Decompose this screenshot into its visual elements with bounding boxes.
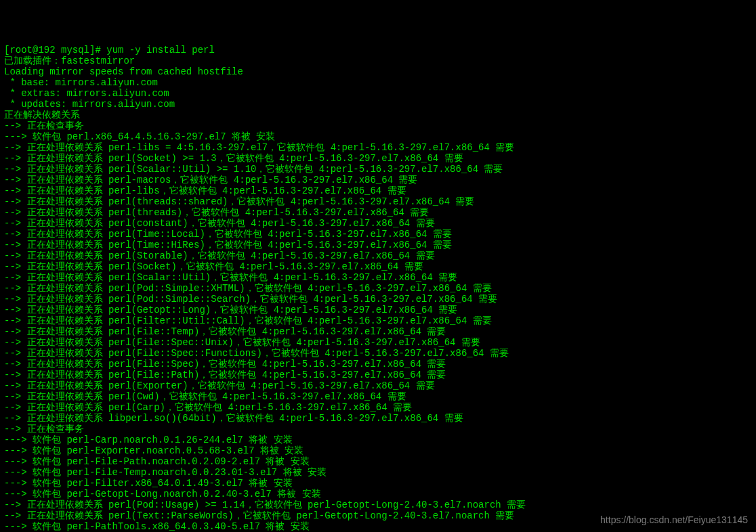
terminal-line: --> 正在处理依赖关系 perl(Pod::Simple::Search)，它…	[4, 294, 752, 305]
terminal-line: --> 正在处理依赖关系 perl(File::Path)，它被软件包 4:pe…	[4, 370, 752, 380]
terminal-line: ---> 软件包 perl-Filter.x86_64.0.1.49-3.el7…	[4, 478, 752, 489]
terminal-line: Loading mirror speeds from cached hostfi…	[4, 66, 752, 77]
terminal-line: --> 正在检查事务	[4, 120, 752, 131]
terminal-line: --> 正在处理依赖关系 perl-macros，它被软件包 4:perl-5.…	[4, 175, 752, 185]
terminal-line: --> 正在处理依赖关系 perl(File::Spec::Unix)，它被软件…	[4, 337, 752, 348]
terminal-line: --> 正在检查事务	[4, 424, 752, 435]
terminal-line: --> 正在处理依赖关系 perl(Socket) >= 1.3，它被软件包 4…	[4, 153, 752, 164]
terminal-line: --> 正在处理依赖关系 perl(File::Spec::Functions)…	[4, 348, 752, 359]
terminal-line: --> 正在处理依赖关系 perl-libs = 4:5.16.3-297.el…	[4, 142, 752, 153]
terminal-line: --> 正在处理依赖关系 perl(Pod::Simple::XHTML)，它被…	[4, 283, 752, 294]
terminal-line: [root@192 mysql]# yum -y install perl	[4, 45, 752, 56]
terminal-line: --> 正在处理依赖关系 perl(Filter::Util::Call)，它被…	[4, 315, 752, 326]
terminal-line: ---> 软件包 perl-PathTools.x86_64.0.3.40-5.…	[4, 521, 752, 532]
terminal-line: --> 正在处理依赖关系 perl(Socket)，它被软件包 4:perl-5…	[4, 261, 752, 272]
terminal-line: --> 正在处理依赖关系 perl(Scalar::Util)，它被软件包 4:…	[4, 272, 752, 283]
terminal-line: --> 正在处理依赖关系 perl(File::Temp)，它被软件包 4:pe…	[4, 326, 752, 337]
terminal-line: * updates: mirrors.aliyun.com	[4, 99, 752, 110]
terminal-line: --> 正在处理依赖关系 perl(Time::HiRes)，它被软件包 4:p…	[4, 240, 752, 250]
terminal-line: --> 正在处理依赖关系 perl(Scalar::Util) >= 1.10，…	[4, 164, 752, 175]
terminal-line: ---> 软件包 perl-Exporter.noarch.0.5.68-3.e…	[4, 445, 752, 456]
terminal-line: --> 正在处理依赖关系 perl(Cwd)，它被软件包 4:perl-5.16…	[4, 391, 752, 402]
terminal-line: --> 正在处理依赖关系 perl(threads::shared)，它被软件包…	[4, 196, 752, 207]
terminal-line: ---> 软件包 perl-File-Temp.noarch.0.0.23.01…	[4, 467, 752, 478]
terminal-line: --> 正在处理依赖关系 perl(Getopt::Long)，它被软件包 4:…	[4, 305, 752, 315]
terminal-line: --> 正在处理依赖关系 perl(Pod::Usage) >= 1.14，它被…	[4, 500, 752, 510]
terminal-line: ---> 软件包 perl.x86_64.4.5.16.3-297.el7 将被…	[4, 131, 752, 142]
terminal-line: --> 正在处理依赖关系 perl(threads)，它被软件包 4:perl-…	[4, 207, 752, 218]
terminal-output[interactable]: [root@192 mysql]# yum -y install perl已加载…	[0, 43, 756, 532]
terminal-line: --> 正在处理依赖关系 perl(Storable)，它被软件包 4:perl…	[4, 250, 752, 261]
terminal-line: --> 正在处理依赖关系 perl(Carp)，它被软件包 4:perl-5.1…	[4, 402, 752, 413]
terminal-line: --> 正在处理依赖关系 libperl.so()(64bit)，它被软件包 4…	[4, 413, 752, 424]
terminal-line: ---> 软件包 perl-Getopt-Long.noarch.0.2.40-…	[4, 489, 752, 500]
terminal-line: --> 正在处理依赖关系 perl(File::Spec)，它被软件包 4:pe…	[4, 359, 752, 370]
terminal-line: --> 正在处理依赖关系 perl(constant)，它被软件包 4:perl…	[4, 218, 752, 229]
terminal-line: ---> 软件包 perl-File-Path.noarch.0.2.09-2.…	[4, 456, 752, 467]
terminal-line: * base: mirrors.aliyun.com	[4, 77, 752, 88]
terminal-line: 已加载插件：fastestmirror	[4, 56, 752, 66]
terminal-line: * extras: mirrors.aliyun.com	[4, 88, 752, 99]
terminal-line: --> 正在处理依赖关系 perl-libs，它被软件包 4:perl-5.16…	[4, 185, 752, 196]
terminal-line: --> 正在处理依赖关系 perl(Text::ParseWords)，它被软件…	[4, 510, 752, 521]
terminal-line: --> 正在处理依赖关系 perl(Exporter)，它被软件包 4:perl…	[4, 380, 752, 391]
terminal-line: --> 正在处理依赖关系 perl(Time::Local)，它被软件包 4:p…	[4, 229, 752, 240]
terminal-line: 正在解决依赖关系	[4, 110, 752, 120]
terminal-line: ---> 软件包 perl-Carp.noarch.0.1.26-244.el7…	[4, 435, 752, 445]
